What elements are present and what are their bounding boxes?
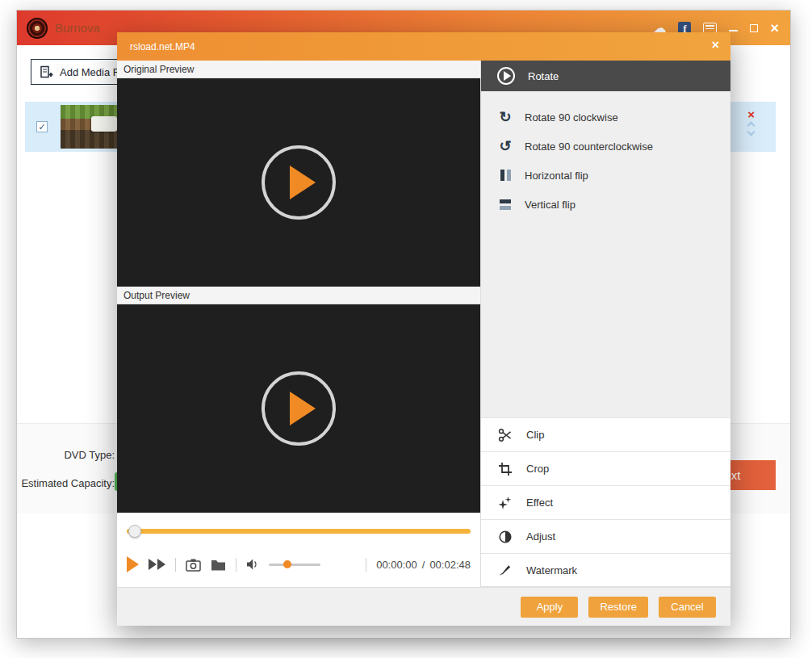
horizontal-flip-icon (497, 170, 513, 181)
tab-watermark[interactable]: Watermark (481, 553, 730, 587)
vertical-flip-item[interactable]: Vertical flip (481, 190, 730, 219)
rotate-item-label: Vertical flip (525, 199, 576, 211)
move-down-icon[interactable] (747, 128, 755, 136)
tool-label: Watermark (526, 564, 577, 576)
folder-icon[interactable] (211, 559, 226, 571)
dvd-type-label: DVD Type: (17, 449, 115, 461)
rotate-item-label: Horizontal flip (525, 170, 588, 182)
apply-button[interactable]: Apply (521, 597, 578, 618)
preview-pane: Original Preview Output Preview (117, 61, 480, 587)
original-preview-label: Original Preview (117, 61, 480, 78)
divider (366, 558, 366, 572)
remove-media-icon[interactable]: × (747, 108, 755, 120)
tab-clip[interactable]: Clip (481, 417, 730, 451)
media-checkbox[interactable]: ✓ (36, 121, 48, 132)
rotate-90-counterclockwise-item[interactable]: ↺ Rotate 90 counterclockwise (481, 132, 730, 161)
watermark-icon (497, 563, 513, 577)
fast-forward-button[interactable] (149, 559, 165, 570)
crop-icon (497, 462, 513, 476)
adjust-icon (497, 530, 513, 544)
estimated-capacity-label: Estimated Capacity: (17, 477, 115, 489)
volume-handle[interactable] (283, 560, 291, 568)
rotate-ccw-icon: ↺ (497, 139, 513, 153)
snapshot-icon[interactable] (186, 558, 201, 572)
time-display: 00:00:00 / 00:02:48 (376, 559, 471, 571)
seek-handle[interactable] (128, 525, 141, 538)
minimize-icon[interactable] (729, 30, 738, 31)
volume-icon[interactable] (246, 558, 259, 571)
volume-slider[interactable] (269, 564, 320, 566)
thumbnail-speech-bubble (91, 116, 117, 132)
tool-label: Effect (526, 497, 553, 509)
tool-label: Adjust (526, 530, 555, 543)
tab-crop[interactable]: Crop (481, 451, 730, 485)
rotate-item-label: Rotate 90 clockwise (525, 111, 618, 124)
time-separator: / (422, 559, 425, 571)
dialog-titlebar: rsload.net.MP4 × (117, 32, 730, 61)
tab-adjust[interactable]: Adjust (481, 519, 730, 553)
edit-dialog: rsload.net.MP4 × Original Preview Output… (117, 32, 730, 626)
divider (175, 558, 176, 572)
output-preview-label: Output Preview (117, 287, 480, 304)
original-preview-video[interactable] (117, 78, 480, 287)
output-preview-video[interactable] (117, 304, 480, 513)
play-button[interactable] (127, 556, 139, 572)
player-controls: 00:00:00 / 00:02:48 (117, 513, 480, 587)
horizontal-flip-item[interactable]: Horizontal flip (481, 161, 730, 190)
rotate-item-label: Rotate 90 counterclockwise (525, 140, 653, 153)
cancel-button[interactable]: Cancel (659, 597, 716, 618)
app-title: Burnova (55, 21, 100, 35)
dialog-footer: Apply Restore Cancel (117, 587, 730, 626)
play-overlay-icon[interactable] (262, 371, 336, 446)
restore-button[interactable]: Restore (588, 597, 648, 618)
clip-icon (497, 428, 513, 442)
rotate-options-list: ↻ Rotate 90 clockwise ↺ Rotate 90 counte… (481, 91, 730, 219)
tools-panel: Rotate ↻ Rotate 90 clockwise ↺ Rotate 90… (480, 61, 730, 587)
dialog-close-icon[interactable]: × (712, 39, 719, 52)
divider (236, 558, 236, 572)
dialog-title: rsload.net.MP4 (130, 41, 195, 52)
time-current: 00:00:00 (376, 559, 417, 571)
vertical-flip-icon (497, 199, 513, 210)
panel-spacer (481, 219, 730, 417)
tab-effect[interactable]: Effect (481, 485, 730, 519)
effect-icon (497, 496, 513, 510)
media-row-actions: × (747, 108, 755, 135)
close-icon[interactable]: × (770, 21, 779, 36)
rotate-header-label: Rotate (528, 70, 559, 82)
add-file-icon (40, 65, 53, 79)
rotate-section-header[interactable]: Rotate (481, 61, 730, 91)
rotate-cw-icon: ↻ (497, 110, 513, 124)
tool-label: Crop (526, 463, 549, 475)
tool-label: Clip (526, 429, 544, 441)
maximize-icon[interactable] (750, 24, 758, 32)
rotate-icon (497, 67, 515, 85)
seek-bar[interactable] (127, 529, 471, 534)
app-logo-icon (27, 18, 48, 39)
time-total: 00:02:48 (429, 559, 471, 571)
play-overlay-icon[interactable] (262, 145, 336, 220)
rotate-90-clockwise-item[interactable]: ↻ Rotate 90 clockwise (481, 103, 730, 132)
